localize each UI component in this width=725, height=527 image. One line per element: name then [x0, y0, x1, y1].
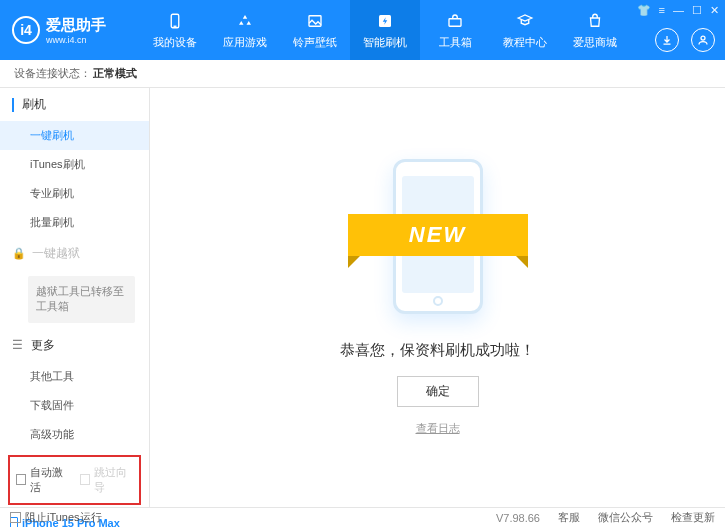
toolbox-icon: [445, 11, 465, 31]
sidebar-item-oneclick-flash[interactable]: 一键刷机: [0, 121, 149, 150]
checkbox-auto-activate[interactable]: 自动激活: [16, 465, 70, 495]
tutorial-icon: [515, 11, 535, 31]
sidebar-item-pro-flash[interactable]: 专业刷机: [0, 179, 149, 208]
sidebar-item-batch-flash[interactable]: 批量刷机: [0, 208, 149, 237]
flash-icon: [375, 11, 395, 31]
skin-icon[interactable]: 👕: [637, 4, 651, 17]
checkbox-block-itunes[interactable]: 阻止iTunes运行: [10, 510, 102, 525]
status-bar: 设备连接状态： 正常模式: [0, 60, 725, 88]
status-value: 正常模式: [93, 66, 137, 81]
version-label: V7.98.66: [496, 512, 540, 524]
logo-icon: i4: [12, 16, 40, 44]
highlighted-checkbox-area: 自动激活 跳过向导: [8, 455, 141, 505]
footer-link-support[interactable]: 客服: [558, 510, 580, 525]
sidebar-item-other-tools[interactable]: 其他工具: [0, 362, 149, 391]
footer-link-wechat[interactable]: 微信公众号: [598, 510, 653, 525]
nav-store[interactable]: 爱思商城: [560, 0, 630, 60]
logo-area: i4 爱思助手 www.i4.cn: [0, 16, 140, 45]
nav-flash[interactable]: 智能刷机: [350, 0, 420, 60]
lock-icon: 🔒: [12, 247, 26, 260]
top-nav: 我的设备 应用游戏 铃声壁纸 智能刷机 工具箱 教程中心 爱思商城: [140, 0, 630, 60]
sidebar-item-itunes-flash[interactable]: iTunes刷机: [0, 150, 149, 179]
nav-toolbox[interactable]: 工具箱: [420, 0, 490, 60]
view-log-link[interactable]: 查看日志: [416, 421, 460, 436]
new-ribbon: NEW: [348, 214, 528, 256]
close-button[interactable]: ✕: [710, 4, 719, 17]
nav-ringtones[interactable]: 铃声壁纸: [280, 0, 350, 60]
hamburger-icon: ☰: [12, 338, 23, 352]
ok-button[interactable]: 确定: [397, 376, 479, 407]
device-icon: [165, 11, 185, 31]
user-button[interactable]: [691, 28, 715, 52]
sidebar-item-advanced[interactable]: 高级功能: [0, 420, 149, 449]
menu-icon[interactable]: ≡: [659, 4, 665, 17]
success-illustration: NEW: [338, 159, 538, 319]
svg-point-5: [701, 36, 705, 40]
footer-link-update[interactable]: 检查更新: [671, 510, 715, 525]
app-title: 爱思助手: [46, 16, 106, 35]
sidebar-head-more[interactable]: ☰更多: [0, 329, 149, 362]
sidebar-head-flash[interactable]: 刷机: [0, 88, 149, 121]
store-icon: [585, 11, 605, 31]
nav-my-device[interactable]: 我的设备: [140, 0, 210, 60]
sidebar-item-download-firmware[interactable]: 下载固件: [0, 391, 149, 420]
nav-tutorials[interactable]: 教程中心: [490, 0, 560, 60]
jailbreak-note: 越狱工具已转移至工具箱: [28, 276, 135, 323]
wallpaper-icon: [305, 11, 325, 31]
apps-icon: [235, 11, 255, 31]
sidebar: 刷机 一键刷机 iTunes刷机 专业刷机 批量刷机 🔒一键越狱 越狱工具已转移…: [0, 88, 150, 507]
app-url: www.i4.cn: [46, 35, 106, 45]
svg-rect-4: [449, 18, 461, 26]
window-controls: 👕 ≡ — ☐ ✕: [637, 4, 719, 17]
download-button[interactable]: [655, 28, 679, 52]
minimize-button[interactable]: —: [673, 4, 684, 17]
maximize-button[interactable]: ☐: [692, 4, 702, 17]
app-header: i4 爱思助手 www.i4.cn 我的设备 应用游戏 铃声壁纸 智能刷机 工具…: [0, 0, 725, 60]
checkbox-skip-setup[interactable]: 跳过向导: [80, 465, 134, 495]
sidebar-head-jailbreak: 🔒一键越狱: [0, 237, 149, 270]
nav-apps[interactable]: 应用游戏: [210, 0, 280, 60]
success-message: 恭喜您，保资料刷机成功啦！: [340, 341, 535, 360]
main-content: NEW 恭喜您，保资料刷机成功啦！ 确定 查看日志: [150, 88, 725, 507]
status-label: 设备连接状态：: [14, 66, 91, 81]
